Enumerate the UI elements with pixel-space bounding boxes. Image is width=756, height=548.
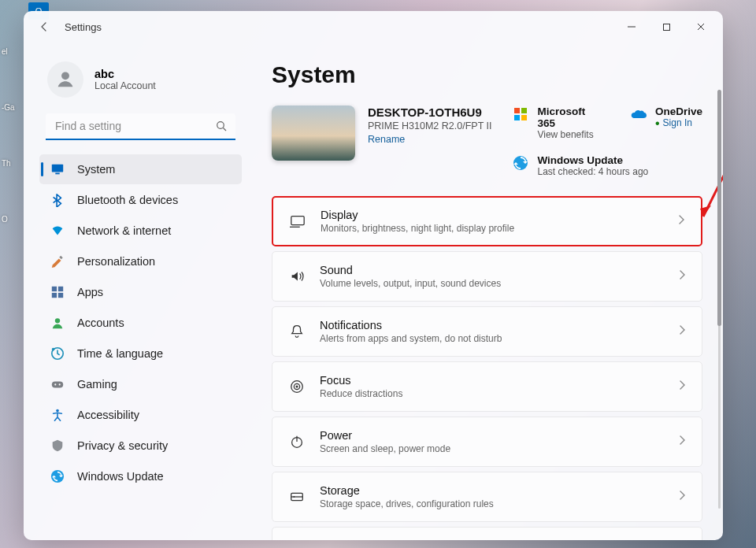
svg-rect-22 [514, 115, 520, 120]
sidebar-item-label: Windows Update [77, 470, 164, 483]
chevron-right-icon [676, 214, 687, 228]
svg-point-18 [56, 409, 59, 413]
sidebar-item-bluetooth[interactable]: Bluetooth & devices [39, 185, 242, 215]
sidebar-item-label: Accounts [77, 317, 124, 329]
window-title: Settings [65, 21, 102, 33]
svg-rect-9 [58, 287, 63, 291]
svg-point-17 [59, 383, 61, 385]
chevron-right-icon [676, 435, 687, 449]
tile-title: Notifications [320, 319, 662, 331]
tile-title: Display [321, 209, 662, 221]
tile-title: Nearby sharing [320, 539, 662, 540]
hero-onedrive-title: OneDrive [655, 106, 702, 117]
tile-notif[interactable]: Notifications Alerts from apps and syste… [272, 306, 702, 357]
main-panel: System DESKTOP-1OTH6U9 PRIME H310M2 R2.0… [248, 43, 723, 540]
scrollbar-thumb[interactable] [717, 90, 721, 326]
sidebar-item-label: Gaming [77, 378, 117, 391]
accounts-icon [50, 316, 65, 330]
account-block[interactable]: abc Local Account [39, 49, 242, 113]
tile-subtitle: Alerts from apps and system, do not dist… [320, 333, 662, 344]
sidebar: abc Local Account System Bluetooth & dev… [24, 43, 248, 540]
power-icon [288, 433, 306, 450]
tile-power[interactable]: Power Screen and sleep, power mode [272, 417, 702, 467]
chevron-right-icon [676, 269, 687, 283]
tile-storage[interactable]: Storage Storage space, drives, configura… [272, 472, 702, 522]
time-icon [50, 346, 65, 361]
tile-title: Sound [320, 264, 662, 276]
tile-focus[interactable]: Focus Reduce distractions [272, 361, 702, 412]
avatar [47, 61, 83, 98]
sidebar-item-system[interactable]: System [39, 154, 242, 184]
pc-name: DESKTOP-1OTH6U9 [368, 106, 491, 119]
sidebar-item-network[interactable]: Network & internet [39, 216, 242, 246]
update-icon [50, 469, 65, 483]
hero-row: DESKTOP-1OTH6U9 PRIME H310M2 R2.0/FPT II… [272, 106, 702, 177]
sidebar-item-label: Time & language [77, 347, 163, 360]
account-subtitle: Local Account [94, 80, 156, 91]
svg-point-3 [217, 122, 224, 129]
tile-sound[interactable]: Sound Volume levels, output, input, soun… [272, 251, 702, 302]
sidebar-item-gaming[interactable]: Gaming [39, 369, 242, 399]
tile-title: Focus [320, 374, 662, 387]
hero-onedrive[interactable]: OneDrive •Sign In [630, 106, 702, 140]
sidebar-item-time[interactable]: Time & language [39, 339, 242, 368]
sidebar-item-accessibility[interactable]: Accessibility [39, 400, 242, 430]
svg-rect-15 [52, 381, 63, 387]
tile-subtitle: Screen and sleep, power mode [320, 443, 662, 454]
window-close-button[interactable] [684, 14, 718, 39]
sidebar-item-apps[interactable]: Apps [39, 277, 242, 307]
tile-subtitle: Reduce distractions [320, 388, 662, 399]
accessibility-icon [50, 408, 65, 422]
hero-m365-sub: View benefits [537, 129, 603, 140]
microsoft-365-icon [512, 106, 529, 123]
display-icon [289, 213, 306, 230]
svg-rect-25 [291, 217, 304, 225]
tile-subtitle: Monitors, brightness, night light, displ… [321, 223, 662, 234]
window-minimize-button[interactable] [614, 14, 649, 39]
notif-icon [288, 323, 306, 340]
window-maximize-button[interactable] [649, 14, 684, 39]
titlebar: Settings [24, 11, 723, 43]
svg-rect-5 [52, 165, 63, 172]
svg-rect-1 [663, 24, 669, 30]
sidebar-item-label: Accessibility [77, 409, 139, 421]
chevron-right-icon [676, 490, 687, 504]
search-box[interactable] [46, 113, 235, 140]
focus-icon [288, 378, 306, 395]
account-name: abc [94, 68, 156, 80]
sidebar-item-label: Bluetooth & devices [77, 194, 178, 206]
chevron-right-icon [676, 324, 687, 339]
sidebar-item-label: Personalization [77, 255, 155, 268]
svg-rect-20 [514, 108, 520, 113]
rename-link[interactable]: Rename [368, 134, 491, 145]
hero-update-title: Windows Update [537, 154, 648, 166]
system-icon [50, 162, 65, 176]
sidebar-item-accounts[interactable]: Accounts [39, 308, 242, 338]
pc-model: PRIME H310M2 R2.0/FPT II [368, 120, 491, 131]
back-button[interactable] [33, 16, 55, 38]
search-icon [215, 120, 228, 135]
tile-display[interactable]: Display Monitors, brightness, night ligh… [272, 196, 702, 246]
sidebar-item-update[interactable]: Windows Update [39, 461, 242, 491]
tile-subtitle: Volume levels, output, input, sound devi… [320, 278, 662, 289]
search-input[interactable] [46, 113, 235, 140]
hero-update-sub: Last checked: 4 hours ago [537, 166, 648, 177]
svg-point-14 [52, 348, 55, 351]
onedrive-icon [630, 106, 647, 123]
apps-icon [50, 285, 65, 299]
svg-rect-10 [52, 293, 57, 298]
svg-rect-8 [52, 287, 57, 291]
nav-list: System Bluetooth & devices Network & int… [39, 154, 242, 491]
sidebar-item-privacy[interactable]: Privacy & security [39, 431, 242, 461]
svg-point-29 [296, 386, 298, 387]
tile-title: Power [320, 429, 662, 442]
svg-rect-6 [55, 173, 59, 175]
settings-tile-list: Display Monitors, brightness, night ligh… [272, 196, 702, 540]
sidebar-item-label: Apps [77, 286, 103, 298]
hero-windows-update[interactable]: Windows Update Last checked: 4 hours ago [512, 154, 702, 177]
svg-rect-11 [58, 293, 63, 298]
sidebar-item-personalization[interactable]: Personalization [39, 246, 242, 276]
sidebar-item-label: Privacy & security [77, 439, 168, 452]
tile-nearby[interactable]: Nearby sharing Discoverability, received… [272, 527, 702, 540]
hero-m365[interactable]: Microsoft 365 View benefits [512, 106, 603, 140]
